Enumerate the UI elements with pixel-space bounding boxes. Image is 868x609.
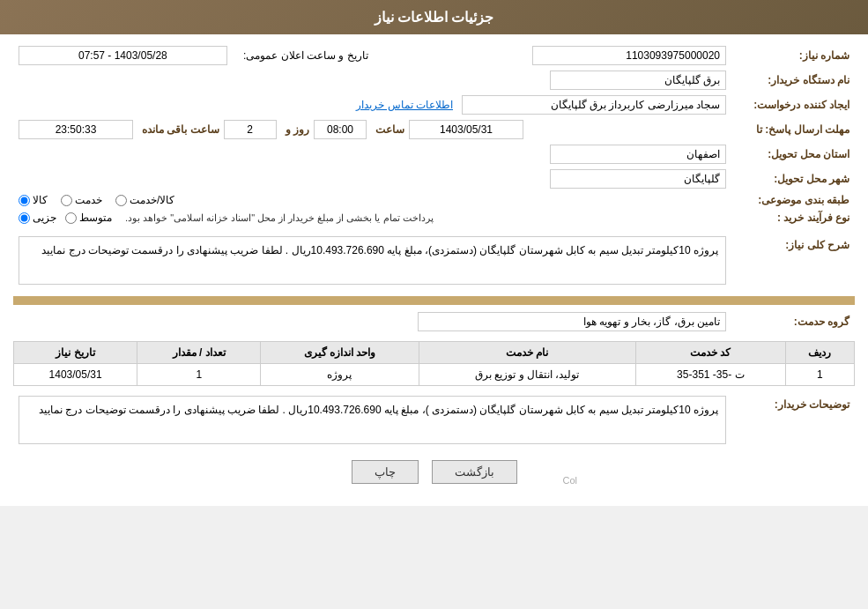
purchase-type-value: پرداخت تمام یا بخشی از مبلغ خریدار از مح… bbox=[13, 209, 731, 227]
purchase-medium-label: متوسط bbox=[79, 212, 112, 224]
need-number-box: 1103093975000020 bbox=[532, 46, 726, 65]
description-table: شرح کلی نیاز: پروژه 10کیلومتر تبدیل سیم … bbox=[13, 234, 855, 287]
buyer-station-value: برق گلپایگان bbox=[13, 68, 731, 93]
response-remaining-box: 23:50:33 bbox=[19, 120, 133, 139]
announcement-date-box: 1403/05/28 - 07:57 bbox=[19, 46, 227, 65]
response-days-box: 2 bbox=[224, 120, 277, 139]
row-date: 1403/05/31 bbox=[14, 364, 137, 386]
row-code: ت -35- 351-35 bbox=[635, 364, 785, 386]
col-header-quantity: تعداد / مقدار bbox=[137, 342, 261, 364]
purchase-medium-radio[interactable] bbox=[65, 212, 77, 224]
time-label: ساعت bbox=[375, 123, 404, 136]
col-header-name: نام خدمت bbox=[419, 342, 635, 364]
col-header-row: ردیف bbox=[785, 342, 854, 364]
category-goods-service-label: کالا/خدمت bbox=[130, 194, 174, 206]
service-group-label: گروه حدمت: bbox=[731, 309, 855, 334]
service-group-box: تامین برق، گاز، بخار و تهویه هوا bbox=[418, 312, 726, 331]
service-group-table: گروه حدمت: تامین برق، گاز، بخار و تهویه … bbox=[13, 309, 855, 334]
purchase-partial-radio[interactable] bbox=[19, 212, 30, 224]
row-quantity: 1 bbox=[137, 364, 261, 386]
category-label: طبقه بندی موضوعی: bbox=[731, 191, 855, 209]
province-box: اصفهان bbox=[550, 145, 726, 164]
back-button[interactable]: بازگشت bbox=[432, 460, 517, 484]
row-unit: پروژه bbox=[261, 364, 419, 386]
main-info-table: شماره نیاز: 1103093975000020 تاریخ و ساع… bbox=[13, 43, 855, 227]
category-goods-label: کالا bbox=[33, 194, 48, 206]
city-label: شهر محل تحویل: bbox=[731, 167, 855, 191]
category-goods-service-radio[interactable] bbox=[115, 195, 127, 206]
description-value: پروژه 10کیلومتر تبدیل سیم به کابل شهرستا… bbox=[13, 234, 731, 287]
purchase-partial-label: جزیی bbox=[33, 212, 56, 224]
col-header-code: کد خدمت bbox=[635, 342, 785, 364]
col-marker: Col bbox=[562, 475, 577, 486]
service-group-value: تامین برق، گاز، بخار و تهویه هوا bbox=[13, 309, 731, 334]
need-number-value: 1103093975000020 bbox=[374, 43, 731, 68]
services-table: ردیف کد خدمت نام خدمت واحد اندازه گیری ت… bbox=[13, 341, 855, 386]
response-deadline-label: مهلت ارسال پاسخ: تا bbox=[731, 117, 855, 142]
page-title: جزئیات اطلاعات نیاز bbox=[375, 10, 494, 25]
response-deadline-row: 1403/05/31 ساعت 08:00 روز و 2 ساعت باقی … bbox=[13, 117, 731, 142]
requester-box: سجاد میرزارضی کاربرداز برق گلپایگان bbox=[462, 95, 726, 115]
requester-label: ایجاد کننده درخواست: bbox=[731, 93, 855, 117]
description-label: شرح کلی نیاز: bbox=[731, 234, 855, 287]
buyer-station-label: نام دستگاه خریدار: bbox=[731, 68, 855, 93]
province-value: اصفهان bbox=[13, 142, 731, 167]
need-number-label: شماره نیاز: bbox=[731, 43, 855, 68]
category-service-label: خدمت bbox=[75, 194, 102, 206]
row-service-name: تولید، انتقال و توزیع برق bbox=[419, 364, 635, 386]
row-number: 1 bbox=[785, 364, 854, 386]
table-row: 1 ت -35- 351-35 تولید، انتقال و توزیع بر… bbox=[14, 364, 855, 386]
days-label: روز و bbox=[286, 123, 309, 136]
remaining-label: ساعت باقی مانده bbox=[142, 123, 219, 136]
buyer-notes-box: پروژه 10کیلومتر تبدیل سیم به کابل شهرستا… bbox=[19, 396, 726, 444]
page-header: جزئیات اطلاعات نیاز bbox=[0, 0, 868, 34]
category-goods-radio[interactable] bbox=[19, 195, 30, 206]
print-button[interactable]: چاپ bbox=[352, 460, 419, 484]
category-service-radio[interactable] bbox=[61, 195, 72, 206]
buyer-notes-label: توضیحات خریدار: bbox=[731, 393, 855, 447]
description-box: پروژه 10کیلومتر تبدیل سیم به کابل شهرستا… bbox=[19, 236, 726, 285]
announcement-date-value: 1403/05/28 - 07:57 bbox=[13, 43, 233, 68]
requester-value: سجاد میرزارضی کاربرداز برق گلپایگان اطلا… bbox=[13, 93, 731, 117]
services-section-title bbox=[13, 296, 855, 305]
action-buttons: بازگشت چاپ bbox=[13, 460, 855, 484]
col-header-date: تاریخ نیاز bbox=[14, 342, 137, 364]
buyer-station-box: برق گلپایگان bbox=[550, 71, 726, 90]
buyer-notes-value: پروژه 10کیلومتر تبدیل سیم به کابل شهرستا… bbox=[13, 393, 731, 447]
purchase-note: پرداخت تمام یا بخشی از مبلغ خریدار از مح… bbox=[125, 212, 434, 224]
announcement-label: تاریخ و ساعت اعلان عمومی: bbox=[233, 43, 374, 68]
city-value: گلپایگان bbox=[13, 167, 731, 191]
response-time-box: 08:00 bbox=[314, 120, 367, 139]
category-value: کالا/خدمت خدمت کالا bbox=[13, 191, 731, 209]
city-box: گلپایگان bbox=[550, 169, 726, 189]
contact-info-link[interactable]: اطلاعات تماس خریدار bbox=[356, 99, 453, 111]
buyer-notes-table: توضیحات خریدار: پروژه 10کیلومتر تبدیل سی… bbox=[13, 393, 855, 447]
purchase-type-label: نوع فرآیند خرید : bbox=[731, 209, 855, 227]
province-label: استان محل تحویل: bbox=[731, 142, 855, 167]
response-date-box: 1403/05/31 bbox=[409, 120, 523, 139]
col-header-unit: واحد اندازه گیری bbox=[261, 342, 419, 364]
